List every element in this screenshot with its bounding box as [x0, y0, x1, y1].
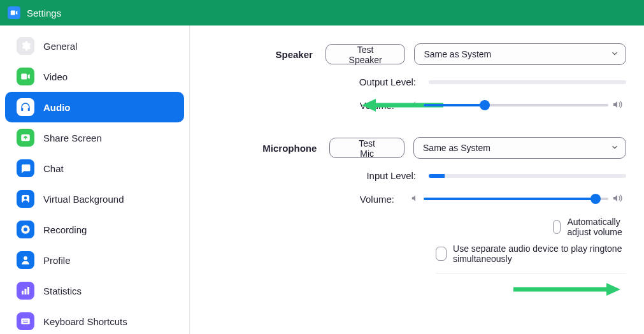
output-level-label: Output Level: [190, 76, 429, 87]
sidebar-item-label: Statistics [43, 286, 82, 296]
speaker-header: Speaker [190, 49, 326, 60]
sidebar-item-label: Profile [43, 255, 71, 266]
sidebar-item-label: General [43, 41, 77, 52]
volume-low-icon [411, 194, 420, 205]
share-screen-icon [17, 129, 34, 147]
input-level-label: Input Level: [190, 170, 429, 181]
svg-point-16 [27, 320, 28, 321]
svg-point-15 [25, 320, 26, 321]
svg-rect-17 [23, 322, 28, 323]
settings-content: Speaker Test Speaker Same as System Outp… [190, 25, 644, 334]
window-title: Settings [27, 8, 61, 18]
sidebar-item-virtual-background[interactable]: Virtual Background [5, 184, 184, 214]
svg-rect-12 [27, 287, 29, 294]
sidebar-item-share-screen[interactable]: Share Screen [5, 122, 184, 153]
divider [436, 273, 626, 273]
sidebar-item-audio[interactable]: Audio [5, 92, 184, 122]
titlebar: Settings [0, 0, 644, 25]
input-level-meter [429, 174, 626, 178]
separate-ringtone-checkbox[interactable] [436, 247, 447, 261]
chat-icon [17, 159, 34, 177]
sidebar-item-keyboard-shortcuts[interactable]: Keyboard Shortcuts [5, 306, 184, 334]
app-icon [8, 6, 20, 19]
sidebar-item-label: Video [43, 71, 68, 82]
svg-rect-10 [22, 291, 24, 294]
svg-rect-0 [11, 11, 15, 15]
microphone-device-value: Same as System [423, 143, 490, 153]
volume-low-icon [411, 100, 420, 111]
sidebar-item-profile[interactable]: Profile [5, 245, 184, 275]
test-speaker-button[interactable]: Test Speaker [326, 44, 406, 64]
sidebar-item-label: Chat [43, 163, 64, 174]
sidebar-item-statistics[interactable]: Statistics [5, 275, 184, 306]
svg-point-6 [24, 196, 27, 200]
speaker-device-select[interactable]: Same as System [414, 43, 626, 65]
svg-rect-2 [21, 108, 23, 112]
speaker-volume-label: Volume: [190, 100, 407, 111]
video-icon [17, 68, 34, 85]
statistics-icon [17, 282, 34, 300]
svg-rect-3 [28, 108, 30, 112]
sidebar-item-label: Keyboard Shortcuts [43, 316, 127, 327]
sidebar-item-chat[interactable]: Chat [5, 153, 184, 184]
virtual-background-icon [17, 190, 34, 208]
sidebar-item-video[interactable]: Video [5, 61, 184, 92]
sidebar-item-label: Share Screen [43, 133, 102, 143]
sidebar-item-label: Audio [43, 102, 71, 113]
microphone-volume-label: Volume: [190, 194, 407, 205]
svg-rect-13 [21, 319, 30, 324]
settings-sidebar: General Video Audio Share Screen [0, 25, 190, 334]
keyboard-icon [17, 312, 34, 330]
sidebar-item-label: Virtual Background [43, 194, 124, 205]
svg-point-8 [24, 228, 27, 231]
recording-icon [17, 221, 34, 238]
sidebar-item-recording[interactable]: Recording [5, 214, 184, 245]
svg-rect-1 [21, 74, 27, 80]
profile-icon [17, 251, 34, 269]
chevron-down-icon [610, 49, 619, 60]
annotation-arrow [512, 282, 620, 297]
sidebar-item-label: Recording [43, 224, 87, 235]
volume-high-icon [612, 99, 622, 112]
svg-marker-21 [606, 283, 620, 296]
svg-rect-11 [25, 289, 27, 294]
sidebar-item-general[interactable]: General [5, 31, 184, 61]
speaker-volume-slider[interactable] [424, 99, 608, 112]
gear-icon [17, 37, 34, 55]
separate-ringtone-label: Use separate audio device to play ringto… [453, 243, 626, 264]
output-level-meter [429, 80, 626, 84]
svg-point-9 [24, 256, 27, 260]
volume-high-icon [612, 193, 622, 205]
svg-point-14 [23, 320, 24, 321]
auto-adjust-volume-checkbox[interactable] [553, 220, 561, 234]
chevron-down-icon [610, 143, 619, 154]
test-mic-button[interactable]: Test Mic [329, 138, 404, 158]
speaker-device-value: Same as System [424, 49, 491, 59]
microphone-volume-slider[interactable] [424, 192, 608, 205]
headphones-icon [17, 98, 34, 116]
microphone-device-select[interactable]: Same as System [413, 137, 626, 159]
auto-adjust-volume-label: Automatically adjust volume [567, 217, 626, 237]
microphone-header: Microphone [190, 143, 329, 154]
